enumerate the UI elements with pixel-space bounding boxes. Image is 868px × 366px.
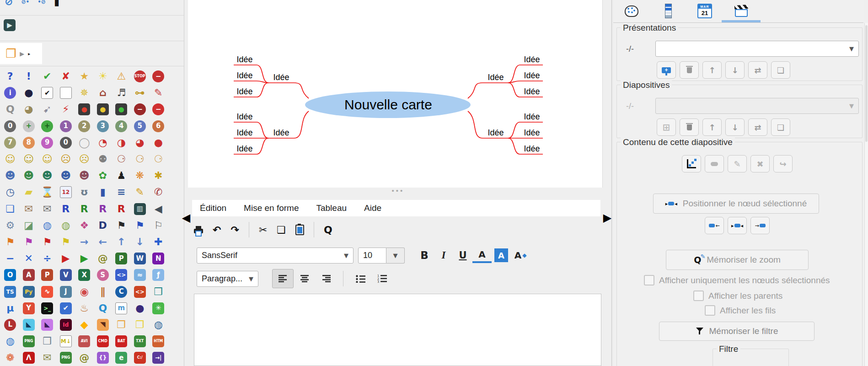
swap-slide-button[interactable]: ⇄ <box>748 118 767 136</box>
bee-icon[interactable]: ✱ <box>149 167 168 184</box>
leaf-node[interactable]: Idée <box>520 144 544 154</box>
minus-blue-icon[interactable]: − <box>1 250 20 267</box>
man-blue-icon[interactable]: ☻ <box>1 167 20 184</box>
divide-icon[interactable]: ÷ <box>38 250 57 267</box>
underline-button[interactable]: U <box>453 247 472 264</box>
align-right-button[interactable] <box>315 269 337 288</box>
node-align-left-button[interactable]: ← <box>705 217 724 234</box>
eclipse-icon[interactable]: ● <box>131 300 150 317</box>
png-file-icon[interactable]: PNG <box>20 333 38 350</box>
ms-visio-icon[interactable]: V <box>57 267 75 283</box>
freeplane-d-icon[interactable]: D <box>94 217 113 234</box>
exclamation-icon[interactable]: ! <box>20 68 38 85</box>
markdown-icon[interactable]: M↓ <box>57 333 75 350</box>
magic-wand-icon[interactable]: ✵ <box>75 85 94 101</box>
clear-format-button[interactable]: A◆ <box>511 247 530 264</box>
ms-outlook-icon[interactable]: O <box>1 267 20 283</box>
refresh-r-purple-icon[interactable]: R <box>94 201 113 217</box>
pie-0-icon[interactable]: ◯ <box>75 135 94 151</box>
woman-redhair-icon[interactable]: ⚆ <box>112 151 131 167</box>
multiply-icon[interactable]: ✕ <box>20 250 38 267</box>
xsl-file-icon[interactable]: ≈ <box>131 267 150 283</box>
lion-app-icon[interactable]: L <box>1 317 20 333</box>
remember-filter-button[interactable]: Mémoriser le filtre <box>659 322 814 341</box>
edit-node-button[interactable]: ✎ <box>728 155 747 172</box>
woman-icon[interactable]: ⚆ <box>131 151 150 167</box>
ms-access-icon[interactable]: A <box>20 267 38 283</box>
python-icon[interactable]: Py <box>20 283 38 300</box>
key-icon[interactable]: ⊶ <box>131 85 150 101</box>
cpp-icon[interactable]: C <box>112 283 131 300</box>
no-entry-icon[interactable]: − <box>149 68 168 85</box>
txt-file-icon[interactable]: TXT <box>131 333 150 350</box>
tab-presentation[interactable] <box>723 1 760 21</box>
num2-icon[interactable]: 2 <box>75 118 94 135</box>
play-green-icon[interactable]: ▶ <box>75 250 94 267</box>
move-presentation-up-button[interactable]: ↑ <box>702 61 722 79</box>
root-node[interactable]: Nouvelle carte <box>305 91 472 118</box>
search-icon[interactable]: Q <box>324 224 332 236</box>
teal-page-icon[interactable]: ❒ <box>149 283 168 300</box>
branch-node[interactable]: Idée <box>268 128 294 138</box>
men-pair-icon[interactable]: ☻ <box>38 167 57 184</box>
note-text-area[interactable] <box>194 294 601 366</box>
phone-icon[interactable]: ✆ <box>149 184 168 200</box>
calendar-12-icon[interactable]: 12 <box>57 184 75 200</box>
stop-sign-icon[interactable]: STOP <box>131 68 150 85</box>
m-doc-icon[interactable]: m <box>112 300 131 317</box>
black-node-icon[interactable]: ▮ <box>54 0 59 7</box>
arrow-left-icon[interactable]: ← <box>94 234 113 250</box>
flag-blue-icon[interactable]: ⚑ <box>131 217 150 234</box>
typescript-icon[interactable]: TS <box>1 283 20 300</box>
magnifier-icon[interactable]: Q <box>1 101 20 118</box>
list-icon[interactable]: ≡ <box>112 184 131 200</box>
mindmap-canvas[interactable]: Nouvelle carte Idée Idée Idée Idée Idée … <box>188 0 603 188</box>
mindmap-nodes-icon[interactable]: ❖ <box>75 217 94 234</box>
quicktime-icon[interactable]: Q <box>94 300 113 317</box>
num8-icon[interactable]: 8 <box>20 135 38 151</box>
people-group-icon[interactable]: ☻ <box>75 167 94 184</box>
terminal-icon[interactable]: >_ <box>38 300 57 317</box>
delete-presentation-button[interactable] <box>680 61 699 79</box>
paperclip-icon[interactable]: ʊ <box>75 184 94 200</box>
icq-flower-icon[interactable]: ✿ <box>94 167 113 184</box>
at-olive-icon[interactable]: @ <box>75 350 94 366</box>
adobe-pdf-icon[interactable]: Λ <box>20 350 38 366</box>
move-slide-down-button[interactable]: ↓ <box>725 118 745 136</box>
pie-50-icon[interactable]: ◑ <box>112 135 131 151</box>
move-slide-up-button[interactable]: ↑ <box>702 118 722 136</box>
copy-icon[interactable]: ❏ <box>277 224 286 236</box>
num7-icon[interactable]: 7 <box>1 135 20 151</box>
folder-network-icon[interactable]: ❐ <box>131 317 150 333</box>
sticky-note-icon[interactable]: ▰ <box>20 184 38 200</box>
num1-icon[interactable]: 1 <box>57 118 75 135</box>
affinity-designer-icon[interactable]: ◣ <box>20 317 38 333</box>
bat-file-icon[interactable]: BAT <box>112 333 131 350</box>
hourglass-icon[interactable]: ⌛ <box>38 184 57 200</box>
num5-icon[interactable]: 5 <box>131 118 150 135</box>
affinity-publisher-icon[interactable]: ◥ <box>94 317 113 333</box>
flag-yellow-icon[interactable]: ⚑ <box>57 234 75 250</box>
at-sign-icon[interactable]: @ <box>94 250 113 267</box>
left-panel-divider[interactable] <box>184 0 184 366</box>
star-icon[interactable]: ★ <box>75 68 94 85</box>
ms-powerpoint-icon[interactable]: P <box>38 267 57 283</box>
tsv-file-icon[interactable]: →| <box>149 350 168 366</box>
leaf-node[interactable]: Idée <box>520 112 544 122</box>
move-presentation-down-button[interactable]: ↓ <box>725 61 745 79</box>
gear-icon[interactable]: ⚙ <box>1 217 20 234</box>
caution-icon[interactable]: ⚠ <box>112 68 131 85</box>
avi-file-icon[interactable]: AVI <box>75 333 94 350</box>
num0-gray-icon[interactable]: 0 <box>57 135 75 151</box>
exe-file-icon[interactable]: C:/ <box>131 350 150 366</box>
xml-file-icon[interactable]: <> <box>131 283 150 300</box>
flash-icon[interactable]: ⚡ <box>57 101 75 118</box>
aztec-scroll-icon[interactable]: ∥ <box>94 283 113 300</box>
minus-red-icon[interactable]: − <box>149 101 168 118</box>
idea-bulb-icon[interactable]: ☀ <box>94 68 113 85</box>
delete-slide-button[interactable] <box>680 118 699 136</box>
italic-button[interactable]: I <box>434 247 453 264</box>
bold-button[interactable]: B <box>415 247 434 264</box>
tab-calendar[interactable]: MAR21 <box>686 1 723 21</box>
smiley-sad-icon[interactable]: ☹ <box>75 151 94 167</box>
